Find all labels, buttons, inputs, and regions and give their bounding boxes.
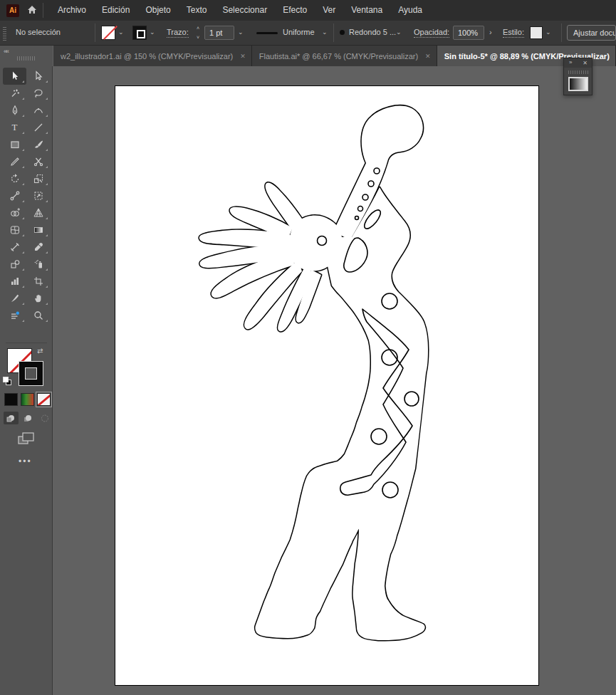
magic-wand-tool[interactable] [3, 85, 26, 102]
ai-logo-icon[interactable]: Ai [6, 4, 19, 17]
stroke-weight-field[interactable]: 1 pt [204, 26, 234, 40]
artboard-tool[interactable] [26, 273, 50, 290]
stroke-indicator-black[interactable] [19, 361, 43, 386]
hand-tool[interactable] [26, 290, 50, 307]
menu-objeto[interactable]: Objeto [137, 0, 178, 21]
style-label[interactable]: Estilo: [503, 28, 524, 38]
swap-fill-stroke-icon[interactable]: ⇄ [37, 347, 43, 355]
rotate-view-tool[interactable] [3, 307, 26, 324]
slice-tool[interactable] [3, 290, 26, 307]
artboard[interactable] [115, 85, 539, 686]
draw-inside-mode[interactable] [37, 412, 52, 424]
home-icon[interactable] [26, 4, 38, 16]
stroke-chevron-icon[interactable]: ⌄ [150, 29, 155, 35]
document-area [53, 66, 616, 695]
gradient-button[interactable] [21, 393, 34, 406]
opacity-more-icon[interactable]: › [489, 29, 495, 35]
eyedropper-tool[interactable] [26, 239, 50, 256]
style-swatch[interactable] [530, 26, 543, 39]
tab-title: w2_illustrador1.ai @ 150 % (CMYK/Previsu… [61, 52, 233, 61]
menu-seleccionar[interactable]: Seleccionar [214, 0, 275, 21]
menu-texto[interactable]: Texto [179, 0, 215, 21]
free-transform-tool[interactable] [26, 187, 50, 204]
menu-divider [43, 3, 43, 18]
width-tool[interactable] [3, 187, 26, 204]
symbol-sprayer-tool[interactable] [26, 256, 50, 273]
floating-gradient-panel[interactable]: » ✕ [563, 58, 592, 95]
fill-chevron-icon[interactable]: ⌄ [118, 29, 124, 35]
width-variant-tool[interactable] [3, 239, 26, 256]
collapse-panel-icon[interactable]: «« [4, 48, 8, 55]
edit-toolbar-ellipsis[interactable]: ••• [19, 456, 32, 466]
scale-tool[interactable] [26, 170, 50, 187]
line-segment-tool[interactable] [26, 119, 50, 136]
lasso-tool[interactable] [26, 85, 50, 102]
stroke-weight-label[interactable]: Trazo: [167, 28, 189, 38]
brush-preview-dot [340, 30, 345, 35]
fit-document-button[interactable]: Ajustar docum [567, 25, 616, 41]
divider [333, 23, 334, 42]
style-chevron-icon[interactable]: ⌄ [545, 29, 551, 35]
rectangle-tool[interactable] [3, 136, 26, 153]
screen-mode-icon[interactable] [17, 432, 36, 446]
opacity-field[interactable]: 100% [453, 26, 484, 40]
expand-panel-icon[interactable]: » [569, 59, 571, 66]
default-fill-stroke-icon[interactable] [3, 377, 12, 386]
profile-chevron-icon[interactable]: ⌄ [322, 29, 328, 35]
mesh-tool[interactable] [3, 221, 26, 239]
floating-panel-grip[interactable] [568, 70, 588, 74]
stroke-weight-stepper[interactable]: ˄˅ [194, 26, 202, 40]
type-tool[interactable]: T [3, 119, 26, 136]
gradient-tool[interactable] [26, 221, 50, 239]
kokopelli-figure[interactable] [115, 86, 538, 685]
tools-grid: T [3, 68, 50, 324]
gradient-swatch[interactable] [568, 77, 588, 91]
control-bar: No selección ⌄ ⌄ Trazo: ˄˅ 1 pt ⌄ Unifor… [0, 21, 616, 46]
perspective-grid-tool[interactable] [26, 204, 50, 221]
menu-ayuda[interactable]: Ayuda [390, 0, 430, 21]
brush-value[interactable]: Redondo 5 ... [349, 28, 396, 36]
stroke-weight-chevron-icon[interactable]: ⌄ [238, 29, 244, 35]
tab-flautista[interactable]: Flautista.ai* @ 66,67 % (CMYK/Previsuali… [252, 46, 437, 66]
selection-status: No selección [16, 28, 61, 36]
stroke-color-swatch[interactable] [132, 26, 147, 40]
shaper-tool[interactable] [3, 153, 26, 170]
zoom-tool[interactable] [26, 307, 50, 324]
toolpanel-grip[interactable] [17, 56, 36, 61]
close-panel-icon[interactable]: ✕ [583, 60, 588, 66]
none-button[interactable] [37, 393, 51, 406]
menu-ventana[interactable]: Ventana [343, 0, 390, 21]
draw-behind-mode[interactable] [21, 412, 36, 424]
shape-builder-tool[interactable] [3, 204, 26, 221]
opacity-label[interactable]: Opacidad: [414, 28, 449, 38]
toolpanel-header: «« [0, 46, 53, 66]
brush-chevron-icon[interactable]: ⌄ [396, 29, 402, 35]
menu-archivo[interactable]: Archivo [50, 0, 94, 21]
column-graph-tool[interactable] [3, 273, 26, 290]
stroke-profile-value[interactable]: Uniforme [283, 28, 315, 36]
fill-none-swatch[interactable] [101, 26, 115, 40]
tab-close-icon[interactable]: ✕ [240, 53, 246, 60]
floating-panel-header[interactable]: » ✕ [564, 58, 592, 68]
menu-efecto[interactable]: Efecto [275, 0, 315, 21]
divider [95, 23, 95, 42]
fill-stroke-indicator: ⇄ [0, 345, 53, 395]
curvature-tool[interactable] [26, 102, 50, 119]
menu-items: Archivo Edición Objeto Texto Seleccionar… [50, 0, 430, 21]
selection-tool[interactable] [3, 68, 26, 85]
color-button[interactable] [4, 393, 18, 406]
tab-w2-illustrador1[interactable]: w2_illustrador1.ai @ 150 % (CMYK/Previsu… [53, 46, 252, 66]
blend-tool[interactable] [3, 256, 26, 273]
direct-selection-tool[interactable] [26, 68, 50, 85]
pen-tool[interactable] [3, 102, 26, 119]
draw-normal-mode[interactable] [4, 412, 19, 424]
menu-ver[interactable]: Ver [315, 0, 343, 21]
scissors-tool[interactable] [26, 153, 50, 170]
tab-close-icon[interactable]: ✕ [425, 53, 431, 60]
menu-edicion[interactable]: Edición [94, 0, 137, 21]
tab-title: Flautista.ai* @ 66,67 % (CMYK/Previsuali… [259, 52, 418, 61]
controlbar-grip[interactable] [3, 26, 6, 41]
paintbrush-tool[interactable] [26, 136, 50, 153]
tool-panel: T ⇄ [0, 66, 53, 695]
rotate-tool[interactable] [3, 170, 26, 187]
